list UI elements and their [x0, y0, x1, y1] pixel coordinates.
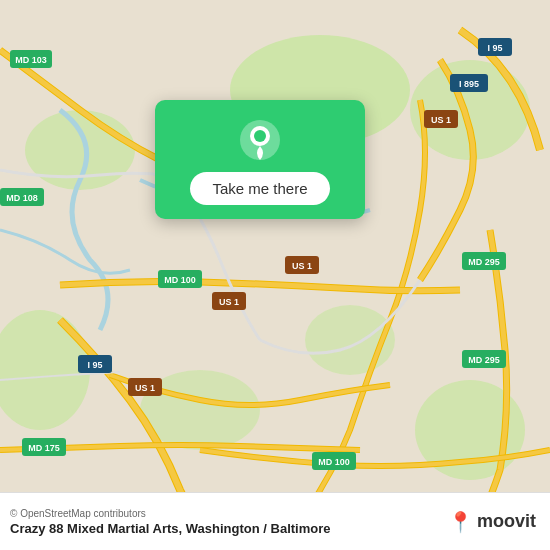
svg-point-38: [254, 130, 266, 142]
copyright-text: © OpenStreetMap contributors: [10, 508, 331, 519]
svg-text:I 895: I 895: [459, 79, 479, 89]
svg-text:US 1: US 1: [431, 115, 451, 125]
svg-text:MD 100: MD 100: [318, 457, 350, 467]
svg-text:MD 175: MD 175: [28, 443, 60, 453]
svg-text:I 95: I 95: [487, 43, 502, 53]
svg-text:MD 108: MD 108: [6, 193, 38, 203]
map-container: I 95 I 895 US 1 MD 103 MD 100 US 1 US 1 …: [0, 0, 550, 550]
location-card: Take me there: [155, 100, 365, 219]
moovit-pin-icon: 📍: [448, 510, 473, 534]
map-background: I 95 I 895 US 1 MD 103 MD 100 US 1 US 1 …: [0, 0, 550, 550]
take-me-there-button[interactable]: Take me there: [190, 172, 329, 205]
svg-text:MD 295: MD 295: [468, 257, 500, 267]
moovit-label: moovit: [477, 511, 536, 532]
svg-text:MD 103: MD 103: [15, 55, 47, 65]
bottom-left: © OpenStreetMap contributors Crazy 88 Mi…: [10, 508, 331, 536]
bottom-bar: © OpenStreetMap contributors Crazy 88 Mi…: [0, 492, 550, 550]
svg-text:I 95: I 95: [87, 360, 102, 370]
moovit-logo: 📍 moovit: [448, 510, 536, 534]
svg-text:US 1: US 1: [135, 383, 155, 393]
svg-text:MD 295: MD 295: [468, 355, 500, 365]
svg-text:US 1: US 1: [292, 261, 312, 271]
location-name: Crazy 88 Mixed Martial Arts, Washington …: [10, 521, 331, 536]
svg-text:MD 100: MD 100: [164, 275, 196, 285]
location-pin-icon: [238, 118, 282, 162]
svg-text:US 1: US 1: [219, 297, 239, 307]
